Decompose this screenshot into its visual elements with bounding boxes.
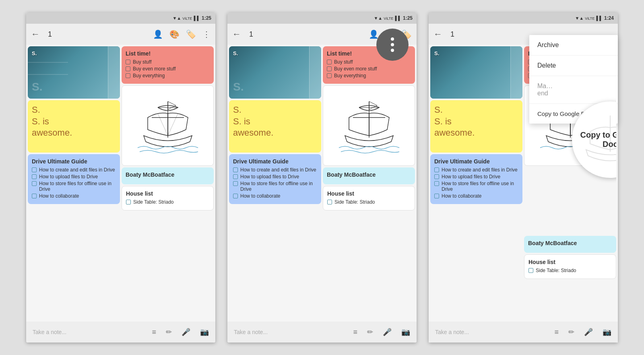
drive-item-2: How to upload files to Drive: [32, 174, 116, 180]
bottom-placeholder-3[interactable]: Take a note...: [435, 329, 554, 335]
d3-cb4[interactable]: [434, 194, 439, 198]
drive-guide-title-2: Drive Ultimate Guide: [233, 158, 317, 165]
d2-cb3[interactable]: [233, 181, 238, 186]
notes-grid-1: S. S. S.S. isawes: [26, 45, 215, 322]
house-list-title-1: House list: [126, 190, 209, 197]
screen1: ▼▲ ViLTE ▌▌ 1:25 ← 1 👤 🎨 🏷️ ⋮ S.: [26, 12, 215, 343]
camera-icon-3[interactable]: 📷: [603, 328, 611, 336]
camera-icon-1[interactable]: 📷: [200, 328, 209, 336]
list-checkbox-3[interactable]: [126, 73, 130, 78]
list-item-2: Buy even more stuff: [126, 66, 210, 72]
bottom-placeholder-2[interactable]: Take a note...: [234, 329, 353, 335]
status-bars-2: ▌▌: [395, 16, 401, 21]
list-item-3: Buy everything: [126, 73, 210, 78]
checkbox-1[interactable]: [32, 167, 37, 172]
h3-cb1[interactable]: [528, 268, 533, 273]
list-checkbox-2[interactable]: [126, 66, 130, 71]
collaborator-icon-2[interactable]: 👤: [369, 29, 379, 39]
yellow-note-3[interactable]: S.S. isawesome.: [430, 100, 522, 153]
bottom-icons-2: ≡ ✏ 🎤 📷: [353, 328, 410, 336]
house-list-note-2[interactable]: House list Side Table: Striado: [323, 186, 415, 211]
label-icon-1[interactable]: 🏷️: [186, 29, 196, 39]
svg-text:S.: S.: [233, 80, 244, 93]
book-cover-note-3[interactable]: S.: [430, 46, 522, 99]
draw-icon-3[interactable]: ✏: [568, 328, 574, 336]
l2-cb3[interactable]: [327, 73, 332, 78]
col1-screen1: S. S. S.S. isawes: [28, 46, 120, 320]
ship-note-2[interactable]: [323, 85, 415, 166]
house-checkbox-1[interactable]: [126, 200, 131, 204]
bottom-bar-2: Take a note... ≡ ✏ 🎤 📷: [227, 322, 417, 343]
content-1: S. S. S.S. isawes: [26, 45, 215, 322]
more-button-overlay[interactable]: [376, 29, 409, 61]
bottom-icons-1: ≡ ✏ 🎤 📷: [152, 328, 209, 336]
dot-2: [391, 43, 394, 46]
list-icon-3[interactable]: ≡: [554, 328, 559, 336]
back-button-3[interactable]: ←: [433, 29, 442, 39]
checkbox-4[interactable]: [32, 194, 37, 198]
status-time-1: 1:25: [202, 15, 211, 21]
list-icon-2[interactable]: ≡: [353, 328, 357, 336]
status-bar-1: ▼▲ ViLTE ▌▌ 1:25: [26, 12, 215, 24]
draw-icon-2[interactable]: ✏: [367, 328, 373, 336]
d2-cb1[interactable]: [233, 167, 238, 172]
mic-icon-2[interactable]: 🎤: [383, 328, 392, 336]
drive-guide-note-3[interactable]: Drive Ultimate Guide How to create and e…: [430, 154, 522, 204]
list-checkbox-1[interactable]: [126, 60, 130, 64]
drive-guide-note-1[interactable]: Drive Ultimate Guide How to create and e…: [28, 154, 120, 204]
palette-icon-1[interactable]: 🎨: [169, 29, 180, 39]
screens-container: ▼▲ ViLTE ▌▌ 1:25 ← 1 👤 🎨 🏷️ ⋮ S.: [0, 4, 644, 351]
list-icon-1[interactable]: ≡: [152, 328, 156, 336]
boaty-note-1[interactable]: Boaty McBoatface: [122, 167, 214, 184]
status-time-3: 1:24: [604, 15, 614, 21]
boaty-note-3[interactable]: Boaty McBoatface: [524, 236, 616, 253]
make-copy-menu-item[interactable]: Ma…end: [529, 76, 618, 104]
delete-menu-item[interactable]: Delete: [529, 56, 618, 76]
d2-cb4[interactable]: [233, 194, 238, 198]
bottom-bar-1: Take a note... ≡ ✏ 🎤 📷: [26, 322, 215, 343]
mic-icon-3[interactable]: 🎤: [584, 328, 593, 336]
boaty-title-1: Boaty McBoatface: [126, 171, 210, 178]
drive-guide-note-2[interactable]: Drive Ultimate Guide How to create and e…: [229, 154, 321, 204]
col2-screen2: List time! Buy stuff Buy even more stuff…: [323, 46, 415, 320]
back-button-1[interactable]: ←: [31, 29, 40, 39]
camera-icon-2[interactable]: 📷: [401, 328, 410, 336]
house-item-1: Side Table: Striado: [126, 199, 209, 205]
checkbox-3[interactable]: [32, 181, 37, 186]
more-icon-1[interactable]: ⋮: [202, 29, 211, 39]
screen2: ▼▲ ViLTE ▌▌ 1:25 ← 1 👤 🎨 🏷️ S: [227, 12, 417, 343]
ship-note-1[interactable]: [122, 85, 214, 166]
bottom-icons-3: ≡ ✏ 🎤 📷: [554, 328, 611, 336]
yellow-note-1[interactable]: S.S. isawesome.: [28, 100, 120, 153]
collaborator-icon-1[interactable]: 👤: [153, 29, 163, 39]
drive-item-3: How to store files for offline use in Dr…: [32, 181, 116, 192]
status-signal-3: ▼▲ ViLTE: [575, 16, 594, 21]
list-time-note-1[interactable]: List time! Buy stuff Buy even more stuff…: [122, 46, 214, 84]
mic-icon-1[interactable]: 🎤: [182, 328, 190, 336]
house-list-note-3[interactable]: House list Side Table: Striado: [524, 254, 616, 279]
d3-cb3[interactable]: [434, 181, 439, 186]
d3-cb1[interactable]: [434, 167, 439, 172]
list-item-1: Buy stuff: [126, 59, 210, 65]
d3-cb2[interactable]: [434, 174, 439, 179]
toolbar-1: ← 1 👤 🎨 🏷️ ⋮: [26, 24, 215, 45]
bottom-placeholder-1[interactable]: Take a note...: [33, 329, 152, 335]
yellow-note-body-1: S.S. isawesome.: [32, 104, 116, 139]
toolbar-number-2: 1: [249, 30, 253, 39]
book-cover-note-1[interactable]: S. S.: [28, 46, 120, 99]
back-button-2[interactable]: ←: [232, 29, 241, 39]
dot-1: [391, 37, 394, 41]
draw-icon-1[interactable]: ✏: [166, 328, 172, 336]
checkbox-2[interactable]: [32, 174, 37, 179]
boaty-note-2[interactable]: Boaty McBoatface: [323, 167, 415, 184]
archive-menu-item[interactable]: Archive: [529, 35, 618, 56]
yellow-note-2[interactable]: S.S. isawesome.: [229, 100, 321, 153]
h2-cb1[interactable]: [327, 200, 332, 204]
d2-cb2[interactable]: [233, 174, 238, 179]
house-list-note-1[interactable]: House list Side Table: Striado: [122, 186, 214, 211]
content-2: S. S. S.S. isawesome. Drive Ultimate Gui…: [227, 45, 417, 322]
svg-line-6: [168, 114, 178, 136]
l2-cb2[interactable]: [327, 66, 332, 71]
book-cover-note-2[interactable]: S. S.: [229, 46, 321, 99]
l2-cb1[interactable]: [327, 60, 332, 64]
